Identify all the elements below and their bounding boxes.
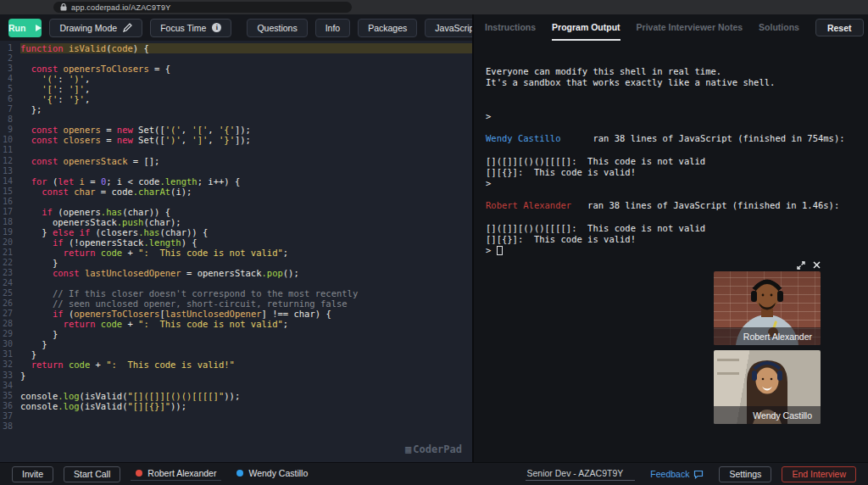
code-line[interactable]: 8 xyxy=(0,114,472,125)
code-line[interactable]: 15 const char = code.charAt(i); xyxy=(0,187,472,197)
session-name[interactable]: Senior Dev - AZAC9T9Y xyxy=(526,468,636,481)
run-button[interactable]: Run xyxy=(8,19,42,37)
console-line: > xyxy=(486,178,866,189)
line-number: 36 xyxy=(0,401,20,411)
code-line[interactable]: 22 } xyxy=(0,258,472,268)
code-line[interactable]: 16 xyxy=(0,197,472,207)
code-text: }; xyxy=(20,104,472,114)
line-number: 17 xyxy=(0,207,20,217)
questions-button[interactable]: Questions xyxy=(247,19,307,37)
code-lines: 1function isValid(code) {23 const opener… xyxy=(0,43,472,432)
code-line[interactable]: 35console.log(isValid("[]([]][()()[[[[]"… xyxy=(0,391,472,401)
code-line[interactable]: 17 if (openers.has(char)) { xyxy=(0,207,472,217)
play-icon xyxy=(36,25,42,31)
settings-button[interactable]: Settings xyxy=(719,466,771,482)
video-controls xyxy=(714,261,821,269)
close-icon[interactable] xyxy=(813,261,821,269)
code-line[interactable]: 38 xyxy=(0,421,472,432)
participant-name-overlay: Wendy Castillo xyxy=(714,406,821,424)
expand-icon[interactable] xyxy=(797,261,805,270)
code-text: } xyxy=(20,329,472,339)
line-number: 8 xyxy=(0,114,20,125)
code-line[interactable]: 3 const openersToClosers = { xyxy=(0,64,472,74)
browser-bar: app.coderpad.io/AZAC9T9Y xyxy=(0,0,868,14)
code-text xyxy=(20,145,472,155)
code-line[interactable]: 14 for (let i = 0; i < code.length; i++)… xyxy=(0,176,472,187)
line-number: 38 xyxy=(0,421,20,432)
code-text: return code + ": This code is not valid"… xyxy=(20,248,472,258)
code-text xyxy=(20,114,472,125)
line-number: 5 xyxy=(0,84,20,94)
code-line[interactable]: 1function isValid(code) { xyxy=(0,43,472,53)
tab-instructions[interactable]: Instructions xyxy=(485,14,536,41)
code-line[interactable]: 36console.log(isValid("[][{}]")); xyxy=(0,401,472,411)
editor-toolbar: Run Drawing Mode Focus Time i Questions … xyxy=(0,14,472,41)
code-line[interactable]: 9 const openers = new Set(['(', '[', '{'… xyxy=(0,125,472,135)
console-line: [][{}]: This code is valid! xyxy=(486,234,866,245)
code-line[interactable]: 25 // If this closer doesn't correspond … xyxy=(0,288,472,298)
code-line[interactable]: 37 xyxy=(0,411,472,421)
focus-time-button[interactable]: Focus Time i xyxy=(150,19,231,37)
code-line[interactable]: 4 '(': ')', xyxy=(0,74,472,84)
code-line[interactable]: 11 xyxy=(0,145,472,155)
line-number: 33 xyxy=(0,371,20,381)
code-line[interactable]: 29 } xyxy=(0,329,472,339)
line-number: 20 xyxy=(0,237,20,248)
participant-name-overlay: Robert Alexander xyxy=(714,327,821,345)
watermark-label: CoderPad xyxy=(413,443,462,455)
tab-private-interviewer-notes[interactable]: Private Interviewer Notes xyxy=(637,14,743,41)
code-line[interactable]: 2 xyxy=(0,53,472,64)
feedback-link[interactable]: Feedback xyxy=(650,469,704,479)
code-text: const lastUnclosedOpener = openersStack.… xyxy=(20,268,472,278)
code-line[interactable]: 5 '[': ']', xyxy=(0,84,472,94)
participant-robert: Robert Alexander xyxy=(131,468,221,481)
code-line[interactable]: 23 const lastUnclosedOpener = openersSta… xyxy=(0,268,472,278)
code-line[interactable]: 10 const closers = new Set([')', ']', '}… xyxy=(0,135,472,145)
line-number: 21 xyxy=(0,248,20,258)
start-call-button[interactable]: Start Call xyxy=(64,466,120,482)
code-line[interactable]: 33} xyxy=(0,371,472,381)
code-line[interactable]: 7 }; xyxy=(0,104,472,114)
video-tile-robert[interactable]: Robert Alexander xyxy=(714,271,821,345)
address-bar[interactable]: app.coderpad.io/AZAC9T9Y xyxy=(53,2,352,13)
code-line[interactable]: 34 xyxy=(0,381,472,391)
end-interview-button[interactable]: End Interview xyxy=(782,466,856,482)
info-button[interactable]: Info xyxy=(315,19,351,37)
packages-button[interactable]: Packages xyxy=(358,19,417,37)
code-line[interactable]: 20 if (!openersStack.length) { xyxy=(0,237,472,248)
line-number: 24 xyxy=(0,278,20,288)
console-output[interactable]: Everyone can modify this shell in real t… xyxy=(474,41,868,256)
invite-button[interactable]: Invite xyxy=(12,466,53,482)
info-circle-icon: i xyxy=(212,23,221,32)
code-text: if (openersToClosers[lastUnclosedOpener]… xyxy=(20,309,472,319)
code-line[interactable]: 13 xyxy=(0,166,472,176)
tab-program-output[interactable]: Program Output xyxy=(552,14,620,41)
code-line[interactable]: 26 // seen unclosed opener, short-circui… xyxy=(0,298,472,309)
code-line[interactable]: 31 } xyxy=(0,349,472,360)
code-text: '[': ']', xyxy=(20,84,472,94)
code-line[interactable]: 6 '{': '}', xyxy=(0,94,472,104)
url-text: app.coderpad.io/AZAC9T9Y xyxy=(71,3,170,12)
video-tile-wendy[interactable]: Wendy Castillo xyxy=(714,350,821,424)
code-line[interactable]: 19 } else if (closers.has(char)) { xyxy=(0,227,472,237)
tab-solutions[interactable]: Solutions xyxy=(759,14,799,41)
reset-button[interactable]: Reset xyxy=(815,19,864,36)
code-text: console.log(isValid("[]([]][()()[[[[]"))… xyxy=(20,391,472,401)
code-line[interactable]: 28 return code + ": This code is not val… xyxy=(0,319,472,329)
code-line[interactable]: 21 return code + ": This code is not val… xyxy=(0,248,472,258)
code-line[interactable]: 12 const openersStack = []; xyxy=(0,156,472,166)
pencil-icon xyxy=(123,23,132,32)
code-editor[interactable]: 1function isValid(code) {23 const opener… xyxy=(0,41,472,462)
code-line[interactable]: 32 return code + ": This code is valid!" xyxy=(0,360,472,370)
code-line[interactable]: 27 if (openersToClosers[lastUnclosedOpen… xyxy=(0,309,472,319)
line-number: 1 xyxy=(0,43,20,53)
code-text: // seen unclosed opener, short-circuit, … xyxy=(20,298,472,309)
code-line[interactable]: 30 } xyxy=(0,339,472,349)
line-number: 13 xyxy=(0,166,20,176)
line-number: 15 xyxy=(0,187,20,197)
code-line[interactable]: 24 xyxy=(0,278,472,288)
drawing-mode-button[interactable]: Drawing Mode xyxy=(49,19,142,37)
code-line[interactable]: 18 openersStack.push(char); xyxy=(0,217,472,227)
line-number: 9 xyxy=(0,125,20,135)
video-call-panel: Robert Alexander Wendy Castillo xyxy=(714,261,821,429)
